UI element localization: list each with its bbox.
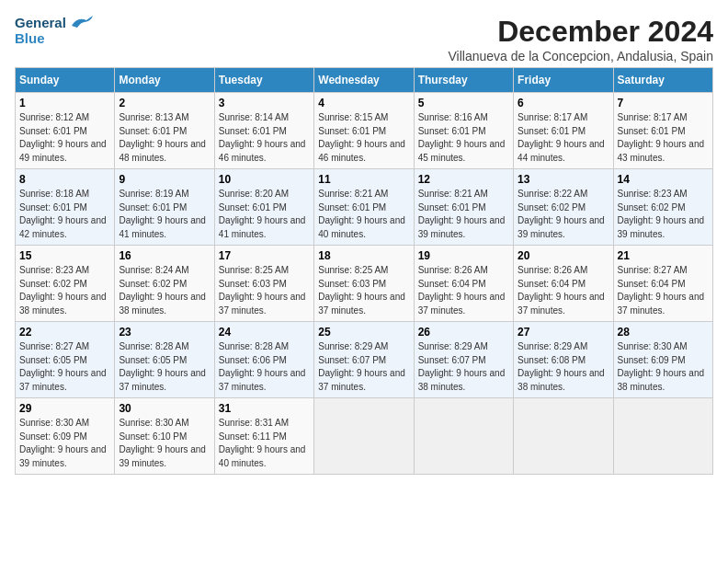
day-number: 9 (119, 173, 210, 186)
day-info: Sunrise: 8:12 AM Sunset: 6:01 PM Dayligh… (19, 111, 110, 165)
sunset: Sunset: 6:01 PM (119, 126, 187, 136)
day-info: Sunrise: 8:17 AM Sunset: 6:01 PM Dayligh… (518, 111, 609, 165)
sunset: Sunset: 6:04 PM (418, 279, 486, 289)
calendar-day-header: Monday (115, 68, 214, 93)
day-number: 26 (418, 326, 509, 339)
calendar-cell: 13 Sunrise: 8:22 AM Sunset: 6:02 PM Dayl… (514, 169, 613, 246)
calendar-day-header: Wednesday (314, 68, 414, 93)
sunrise: Sunrise: 8:17 AM (518, 112, 587, 122)
sunset: Sunset: 6:03 PM (219, 279, 287, 289)
sunrise: Sunrise: 8:30 AM (119, 418, 188, 428)
sunset: Sunset: 6:07 PM (318, 355, 386, 365)
sunrise: Sunrise: 8:18 AM (19, 189, 89, 199)
sunrise: Sunrise: 8:14 AM (219, 112, 289, 122)
day-number: 25 (318, 326, 409, 339)
sunset: Sunset: 6:01 PM (19, 126, 87, 136)
calendar-day-header: Saturday (613, 68, 712, 93)
daylight: Daylight: 9 hours and 38 minutes. (19, 292, 107, 316)
calendar-cell: 12 Sunrise: 8:21 AM Sunset: 6:01 PM Dayl… (414, 169, 513, 246)
sunrise: Sunrise: 8:27 AM (19, 341, 89, 351)
calendar-cell: 5 Sunrise: 8:16 AM Sunset: 6:01 PM Dayli… (414, 93, 513, 169)
daylight: Daylight: 9 hours and 48 minutes. (119, 139, 206, 163)
calendar-table: SundayMondayTuesdayWednesdayThursdayFrid… (15, 67, 713, 475)
sunset: Sunset: 6:02 PM (119, 279, 187, 289)
day-info: Sunrise: 8:21 AM Sunset: 6:01 PM Dayligh… (418, 188, 509, 241)
sunset: Sunset: 6:01 PM (219, 202, 287, 213)
calendar-cell: 14 Sunrise: 8:23 AM Sunset: 6:02 PM Dayl… (613, 169, 712, 246)
day-info: Sunrise: 8:16 AM Sunset: 6:01 PM Dayligh… (418, 111, 509, 165)
day-number: 21 (618, 249, 709, 262)
calendar-cell: 29 Sunrise: 8:30 AM Sunset: 6:09 PM Dayl… (16, 398, 115, 475)
day-number: 8 (19, 173, 110, 186)
calendar-cell: 15 Sunrise: 8:23 AM Sunset: 6:02 PM Dayl… (16, 246, 115, 322)
sunset: Sunset: 6:02 PM (618, 202, 686, 213)
day-number: 27 (518, 326, 609, 339)
day-number: 31 (219, 402, 310, 415)
day-info: Sunrise: 8:27 AM Sunset: 6:04 PM Dayligh… (618, 264, 709, 317)
daylight: Daylight: 9 hours and 40 minutes. (318, 215, 405, 239)
daylight: Daylight: 9 hours and 39 minutes. (618, 215, 705, 239)
day-info: Sunrise: 8:23 AM Sunset: 6:02 PM Dayligh… (618, 188, 709, 241)
daylight: Daylight: 9 hours and 37 minutes. (219, 292, 306, 316)
daylight: Daylight: 9 hours and 37 minutes. (19, 368, 107, 392)
calendar-cell: 19 Sunrise: 8:26 AM Sunset: 6:04 PM Dayl… (414, 246, 513, 322)
daylight: Daylight: 9 hours and 37 minutes. (219, 368, 306, 392)
calendar-body: 1 Sunrise: 8:12 AM Sunset: 6:01 PM Dayli… (16, 93, 713, 475)
day-info: Sunrise: 8:17 AM Sunset: 6:01 PM Dayligh… (618, 111, 709, 165)
daylight: Daylight: 9 hours and 37 minutes. (119, 368, 206, 392)
page-title: December 2024 (448, 15, 713, 49)
day-info: Sunrise: 8:29 AM Sunset: 6:08 PM Dayligh… (518, 340, 609, 394)
calendar-cell: 31 Sunrise: 8:31 AM Sunset: 6:11 PM Dayl… (214, 398, 313, 475)
calendar-cell: 1 Sunrise: 8:12 AM Sunset: 6:01 PM Dayli… (16, 93, 115, 169)
day-info: Sunrise: 8:31 AM Sunset: 6:11 PM Dayligh… (219, 417, 310, 470)
sunset: Sunset: 6:01 PM (219, 126, 287, 136)
calendar-cell: 27 Sunrise: 8:29 AM Sunset: 6:08 PM Dayl… (514, 322, 613, 398)
day-info: Sunrise: 8:21 AM Sunset: 6:01 PM Dayligh… (318, 188, 409, 241)
sunrise: Sunrise: 8:23 AM (618, 189, 688, 199)
sunrise: Sunrise: 8:23 AM (19, 265, 89, 275)
sunrise: Sunrise: 8:26 AM (518, 265, 587, 275)
calendar-cell: 4 Sunrise: 8:15 AM Sunset: 6:01 PM Dayli… (314, 93, 414, 169)
day-info: Sunrise: 8:24 AM Sunset: 6:02 PM Dayligh… (119, 264, 210, 317)
day-info: Sunrise: 8:19 AM Sunset: 6:01 PM Dayligh… (119, 188, 210, 241)
calendar-cell (414, 398, 513, 475)
daylight: Daylight: 9 hours and 38 minutes. (119, 292, 206, 316)
day-info: Sunrise: 8:14 AM Sunset: 6:01 PM Dayligh… (219, 111, 310, 165)
day-number: 30 (119, 402, 210, 415)
daylight: Daylight: 9 hours and 41 minutes. (119, 215, 206, 239)
calendar-cell (613, 398, 712, 475)
calendar-cell (514, 398, 613, 475)
calendar-week-row: 1 Sunrise: 8:12 AM Sunset: 6:01 PM Dayli… (16, 93, 713, 169)
day-info: Sunrise: 8:25 AM Sunset: 6:03 PM Dayligh… (318, 264, 409, 317)
sunrise: Sunrise: 8:21 AM (418, 189, 488, 199)
sunset: Sunset: 6:01 PM (119, 202, 187, 213)
day-info: Sunrise: 8:30 AM Sunset: 6:10 PM Dayligh… (119, 417, 210, 470)
sunrise: Sunrise: 8:15 AM (318, 112, 388, 122)
day-number: 12 (418, 173, 509, 186)
sunrise: Sunrise: 8:22 AM (518, 189, 587, 199)
sunset: Sunset: 6:01 PM (518, 126, 586, 136)
calendar-cell: 22 Sunrise: 8:27 AM Sunset: 6:05 PM Dayl… (16, 322, 115, 398)
sunrise: Sunrise: 8:29 AM (518, 341, 587, 351)
day-info: Sunrise: 8:30 AM Sunset: 6:09 PM Dayligh… (618, 340, 709, 394)
sunset: Sunset: 6:01 PM (618, 126, 686, 136)
day-number: 6 (518, 97, 609, 109)
day-number: 14 (618, 173, 709, 186)
day-number: 1 (19, 97, 110, 109)
logo-general: General (15, 16, 66, 31)
sunset: Sunset: 6:04 PM (618, 279, 686, 289)
sunset: Sunset: 6:02 PM (19, 279, 87, 289)
sunrise: Sunrise: 8:13 AM (119, 112, 188, 122)
sunset: Sunset: 6:09 PM (19, 431, 87, 442)
daylight: Daylight: 9 hours and 40 minutes. (219, 444, 306, 468)
calendar-cell: 9 Sunrise: 8:19 AM Sunset: 6:01 PM Dayli… (115, 169, 214, 246)
sunrise: Sunrise: 8:30 AM (19, 418, 89, 428)
calendar-cell: 7 Sunrise: 8:17 AM Sunset: 6:01 PM Dayli… (613, 93, 712, 169)
sunset: Sunset: 6:10 PM (119, 431, 187, 442)
sunset: Sunset: 6:05 PM (19, 355, 87, 365)
calendar-cell: 25 Sunrise: 8:29 AM Sunset: 6:07 PM Dayl… (314, 322, 414, 398)
sunset: Sunset: 6:11 PM (219, 431, 287, 442)
calendar-cell: 8 Sunrise: 8:18 AM Sunset: 6:01 PM Dayli… (16, 169, 115, 246)
calendar-week-row: 29 Sunrise: 8:30 AM Sunset: 6:09 PM Dayl… (16, 398, 713, 475)
calendar-header-row: SundayMondayTuesdayWednesdayThursdayFrid… (16, 68, 713, 93)
